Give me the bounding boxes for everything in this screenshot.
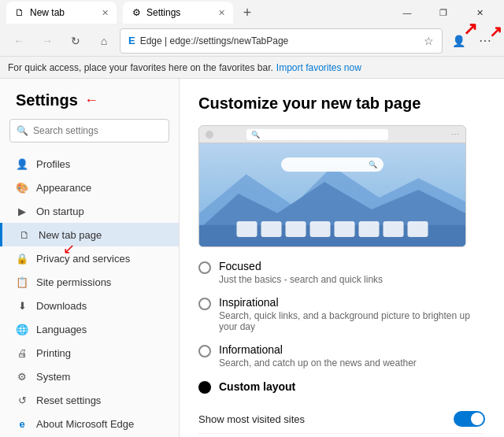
downloads-label: Downloads — [36, 300, 87, 312]
most-visited-label: Show most visited sites — [198, 413, 305, 425]
address-text: Edge | edge://settings/newTabPage — [140, 35, 419, 46]
sidebar-item-printing[interactable]: 🖨 Printing — [0, 341, 179, 365]
forward-button[interactable]: → — [35, 28, 60, 54]
focused-label: Focused — [219, 260, 383, 272]
inspirational-radio[interactable] — [198, 298, 211, 310]
sidebar-item-on-startup[interactable]: ▶ On startup — [0, 199, 179, 223]
most-visited-toggle[interactable] — [454, 411, 485, 427]
new-tab-page-label: New tab page — [39, 229, 102, 241]
toggle-most-visited: Show most visited sites — [198, 405, 485, 434]
about-edge-label: About Microsoft Edge — [36, 418, 134, 430]
informational-label: Informational — [219, 343, 417, 356]
profile-button[interactable]: 👤 ↗ — [446, 28, 471, 54]
new-tab-icon: 🗋 — [14, 7, 25, 18]
option-informational: Informational Search, and catch up on th… — [198, 343, 485, 368]
preview-link-8 — [408, 221, 428, 237]
preview-quick-links — [237, 221, 428, 237]
content-area: Customize your new tab page 🔍 ⋯ — [180, 79, 504, 437]
sidebar-item-appearance[interactable]: 🎨 Appearance — [0, 176, 179, 199]
preview-link-4 — [310, 221, 331, 237]
preview-link-2 — [261, 221, 282, 237]
appearance-label: Appearance — [36, 182, 91, 194]
tab-new-tab-label: New tab — [30, 7, 65, 18]
back-button[interactable]: ← — [6, 28, 32, 54]
reset-settings-label: Reset settings — [36, 394, 101, 406]
site-permissions-label: Site permissions — [36, 276, 111, 288]
sidebar: Settings ← 🔍 👤 Profiles 🎨 Appearance ▶ O… — [0, 79, 180, 437]
system-icon: ⚙ — [16, 370, 28, 383]
menu-red-arrow: ↗ — [489, 22, 502, 41]
refresh-button[interactable]: ↻ — [63, 28, 88, 54]
profiles-label: Profiles — [36, 158, 70, 170]
nav-right-buttons: 👤 ↗ ⋯ ↗ — [446, 28, 498, 54]
preview-close-dot — [206, 131, 213, 139]
preview-body: 🔍 — [199, 143, 465, 246]
new-tab-page-icon: 🗋 — [18, 228, 31, 241]
option-inspirational: Inspirational Search, quick links, and a… — [198, 296, 485, 332]
informational-radio[interactable] — [198, 345, 211, 357]
privacy-icon: 🔒 — [16, 252, 28, 265]
search-settings-icon: 🔍 — [17, 125, 28, 136]
sidebar-item-site-permissions[interactable]: 📋 Site permissions — [0, 270, 179, 294]
sidebar-item-downloads[interactable]: ⬇ Downloads — [0, 294, 179, 317]
tab-settings[interactable]: ⚙ Settings ✕ — [123, 2, 233, 24]
focused-desc: Just the basics - search and quick links — [219, 274, 383, 285]
focused-radio[interactable] — [198, 261, 211, 274]
import-favorites-link[interactable]: Import favorites now — [276, 62, 361, 73]
inspirational-desc: Search, quick links, and a background pi… — [219, 310, 485, 332]
menu-button[interactable]: ⋯ ↗ — [472, 28, 498, 54]
informational-desc: Search, and catch up on the news and wea… — [219, 357, 417, 368]
address-edge-icon: E — [128, 35, 135, 46]
sidebar-item-privacy[interactable]: 🔒 Privacy and services ↙ — [0, 246, 179, 270]
printing-label: Printing — [36, 347, 71, 359]
nav-bar: ← → ↻ ⌂ E Edge | edge://settings/newTabP… — [0, 25, 504, 57]
toggle-image-of-day: Image of the day — [198, 434, 485, 437]
printing-icon: 🖨 — [16, 346, 28, 359]
sidebar-item-profiles[interactable]: 👤 Profiles — [0, 152, 179, 176]
tab-settings-close[interactable]: ✕ — [218, 8, 225, 18]
downloads-icon: ⬇ — [16, 299, 28, 312]
profiles-icon: 👤 — [16, 157, 28, 170]
main-layout: Settings ← 🔍 👤 Profiles 🎨 Appearance ▶ O… — [0, 79, 504, 437]
option-custom-layout: Custom layout — [198, 380, 485, 394]
window-controls: — ❐ ✕ — [389, 0, 498, 25]
site-permissions-icon: 📋 — [16, 276, 28, 288]
option-focused: Focused Just the basics - search and qui… — [198, 260, 485, 285]
inspirational-label: Inspirational — [219, 296, 485, 309]
sidebar-item-system[interactable]: ⚙ System — [0, 365, 179, 388]
preview-search-bar: 🔍 — [281, 157, 384, 172]
custom-layout-radio[interactable] — [198, 381, 211, 394]
tab-new-tab-close[interactable]: ✕ — [102, 8, 109, 18]
new-tab-button[interactable]: + — [236, 2, 258, 24]
home-button[interactable]: ⌂ — [91, 28, 117, 54]
sidebar-title-arrow: ← — [84, 92, 98, 109]
tab-new-tab[interactable]: 🗋 New tab ✕ — [6, 2, 117, 24]
languages-label: Languages — [36, 324, 87, 335]
sidebar-item-about-edge[interactable]: e About Microsoft Edge — [0, 412, 179, 435]
privacy-label: Privacy and services — [36, 253, 130, 265]
search-settings-box[interactable]: 🔍 — [9, 119, 169, 143]
minimize-button[interactable]: — — [389, 0, 425, 25]
preview-address-text: 🔍 — [251, 131, 260, 139]
favorites-icon[interactable]: ☆ — [424, 35, 434, 47]
sidebar-item-reset-settings[interactable]: ↺ Reset settings — [0, 388, 179, 412]
favorites-bar-text: For quick access, place your favorites h… — [8, 62, 273, 73]
new-tab-preview: 🔍 ⋯ — [198, 125, 466, 247]
favorites-bar: For quick access, place your favorites h… — [0, 57, 504, 79]
search-settings-input[interactable] — [33, 125, 162, 136]
sidebar-title: Settings ← — [0, 91, 179, 119]
title-bar: 🗋 New tab ✕ ⚙ Settings ✕ + — ❐ ✕ — [0, 0, 504, 25]
most-visited-toggle-knob — [471, 413, 484, 425]
preview-link-1 — [237, 221, 258, 237]
maximize-button[interactable]: ❐ — [425, 0, 461, 25]
sidebar-item-new-tab-page[interactable]: 🗋 New tab page — [0, 223, 179, 246]
system-label: System — [36, 371, 70, 383]
address-bar[interactable]: E Edge | edge://settings/newTabPage ☆ — [120, 28, 443, 54]
privacy-red-arrow: ↙ — [63, 240, 75, 257]
about-edge-icon: e — [16, 417, 28, 430]
appearance-icon: 🎨 — [16, 181, 28, 194]
sidebar-item-languages[interactable]: 🌐 Languages — [0, 317, 179, 341]
settings-tab-icon: ⚙ — [131, 7, 142, 18]
languages-icon: 🌐 — [16, 323, 28, 335]
preview-menu-dots: ⋯ — [451, 130, 459, 139]
